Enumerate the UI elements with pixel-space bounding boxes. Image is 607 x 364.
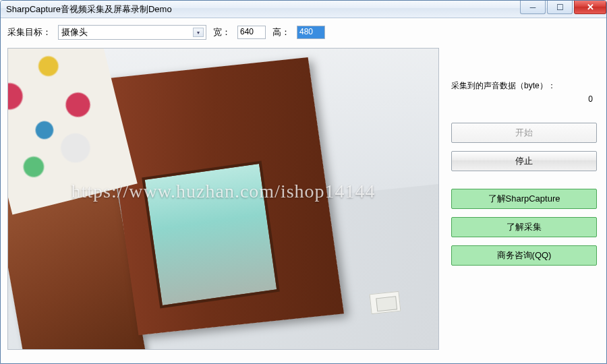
- width-value: 640: [240, 27, 254, 36]
- close-icon: ✕: [587, 2, 594, 12]
- minimize-icon: ─: [530, 3, 536, 12]
- width-input[interactable]: 640: [237, 26, 266, 39]
- chevron-down-icon: ▾: [193, 28, 204, 37]
- stop-button-label: 停止: [515, 155, 533, 167]
- window-controls: ─ ☐ ✕: [520, 1, 606, 18]
- start-button-label: 开始: [515, 127, 533, 139]
- about-sharpcapture-button[interactable]: 了解SharpCapture: [451, 189, 597, 209]
- width-label: 宽：: [213, 26, 231, 38]
- capture-target-label: 采集目标：: [7, 26, 51, 38]
- capture-target-value: 摄像头: [61, 26, 88, 38]
- maximize-icon: ☐: [556, 3, 564, 12]
- scene-wall-switch: [369, 291, 401, 314]
- close-button[interactable]: ✕: [574, 1, 606, 14]
- stop-button[interactable]: 停止: [451, 151, 597, 171]
- side-panel: 采集到的声音数据（byte）： 0 开始 停止 了解SharpCapture 了…: [449, 48, 600, 357]
- video-preview: https://www.huzhan.com/ishop14144: [7, 48, 439, 350]
- height-input[interactable]: 480: [297, 26, 325, 39]
- title-bar[interactable]: SharpCapture音视频采集及屏幕录制Demo ─ ☐ ✕: [1, 1, 606, 18]
- app-window: SharpCapture音视频采集及屏幕录制Demo ─ ☐ ✕ 采集目标： 摄…: [0, 0, 607, 364]
- window-title: SharpCapture音视频采集及屏幕录制Demo: [6, 3, 520, 16]
- audio-bytes-label: 采集到的声音数据（byte）：: [451, 80, 597, 92]
- camera-scene: [8, 49, 438, 349]
- start-button[interactable]: 开始: [451, 123, 597, 143]
- about-capture-button[interactable]: 了解采集: [451, 217, 597, 237]
- scene-door-inner: [142, 161, 279, 309]
- client-area: 采集目标： 摄像头 ▾ 宽： 640 高： 480: [1, 18, 606, 363]
- about-capture-label: 了解采集: [507, 221, 542, 233]
- height-label: 高：: [272, 26, 290, 38]
- minimize-button[interactable]: ─: [520, 1, 546, 14]
- audio-bytes-value: 0: [451, 94, 597, 104]
- about-sharpcapture-label: 了解SharpCapture: [488, 193, 560, 205]
- contact-button[interactable]: 商务咨询(QQ): [451, 245, 597, 266]
- main-row: https://www.huzhan.com/ishop14144 采集到的声音…: [7, 48, 600, 357]
- maximize-button[interactable]: ☐: [547, 1, 573, 14]
- height-value: 480: [299, 27, 313, 36]
- spacer: [451, 179, 597, 189]
- settings-row: 采集目标： 摄像头 ▾ 宽： 640 高： 480: [7, 24, 600, 41]
- contact-label: 商务咨询(QQ): [497, 249, 552, 262]
- capture-target-combo[interactable]: 摄像头 ▾: [58, 25, 206, 40]
